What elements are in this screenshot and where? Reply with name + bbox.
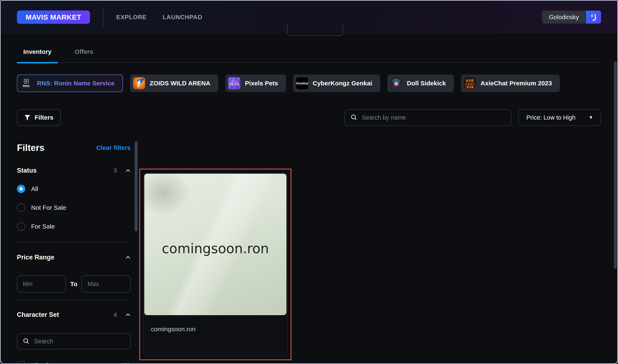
chip-label: Doll Sidekick bbox=[407, 80, 446, 87]
tab-inventory[interactable]: Inventory bbox=[17, 48, 58, 63]
rns-collection-icon: R RNS bbox=[20, 77, 32, 89]
character-set-option-mixed[interactable]: Mixed 252 bbox=[17, 361, 131, 364]
main-area: Filters Clear filters Status 3 All Not F… bbox=[1, 143, 617, 364]
chip-rns-ronin-name-service[interactable]: R RNS RNS: Ronin Name Service bbox=[17, 75, 123, 92]
character-set-search-box bbox=[17, 333, 131, 349]
chevron-up-icon bbox=[125, 312, 131, 317]
chip-label: ZOIDS WILD ARENA bbox=[150, 80, 210, 87]
chip-zoids-wild-arena[interactable]: ZOIDS WILD ARENA bbox=[130, 75, 218, 92]
active-tab-indicator bbox=[17, 62, 58, 64]
collection-chips: R RNS RNS: Ronin Name Service ZOIDS WILD… bbox=[17, 75, 601, 92]
chip-label: RNS: Ronin Name Service bbox=[37, 80, 115, 87]
radio-unselected[interactable] bbox=[17, 204, 25, 212]
status-section-header[interactable]: Status 3 bbox=[17, 167, 131, 174]
tabs-baseline bbox=[17, 62, 601, 63]
axiechat-collection-icon: AXIE CHAT bbox=[464, 77, 476, 89]
radio-selected[interactable] bbox=[17, 185, 25, 193]
search-input[interactable] bbox=[362, 114, 505, 121]
nft-name: comingsoon.ron bbox=[151, 325, 287, 333]
highlight-annotation: comingsoon.ron comingsoon.ron bbox=[139, 169, 291, 360]
inventory-offers-tabs: Inventory Offers bbox=[17, 48, 601, 63]
option-count: 252 bbox=[120, 362, 131, 364]
search-icon bbox=[23, 338, 30, 345]
chevron-up-icon bbox=[125, 168, 131, 173]
filters-button-label: Filters bbox=[35, 114, 53, 121]
status-count: 3 bbox=[113, 167, 117, 174]
tab-offers[interactable]: Offers bbox=[58, 48, 110, 63]
chip-doll-sidekick[interactable]: Doll Sidekick bbox=[387, 75, 454, 92]
character-set-search-input[interactable] bbox=[34, 338, 125, 345]
character-set-count: 4 bbox=[113, 311, 117, 318]
range-to-label: To bbox=[66, 281, 82, 288]
price-max-input[interactable] bbox=[82, 275, 131, 293]
search-by-name-box bbox=[344, 109, 511, 126]
divider bbox=[17, 300, 131, 300]
divider bbox=[17, 242, 131, 243]
nft-image-text: comingsoon.ron bbox=[162, 241, 269, 256]
chip-label: Pixels Pets bbox=[245, 80, 278, 87]
doll-sidekick-collection-icon bbox=[390, 77, 402, 89]
character-set-section-header[interactable]: Character Set 4 bbox=[17, 311, 131, 318]
nft-card-comingsoon[interactable]: comingsoon.ron comingsoon.ron bbox=[143, 173, 288, 356]
nav-explore[interactable]: EXPLORE bbox=[116, 14, 147, 21]
nav-launchpad[interactable]: LAUNCHPAD bbox=[163, 14, 202, 21]
nft-image: comingsoon.ron bbox=[144, 174, 287, 315]
checkbox-unchecked[interactable] bbox=[17, 361, 25, 364]
pixels-pets-collection-icon: PIXEL PETS bbox=[228, 77, 240, 89]
filters-button[interactable]: Filters bbox=[17, 109, 61, 126]
radio-unselected[interactable] bbox=[17, 222, 25, 231]
price-range-section-header[interactable]: Price Range bbox=[17, 254, 131, 261]
user-menu[interactable]: Golodinsky bbox=[542, 11, 601, 24]
chip-axiechat-premium[interactable]: AXIE CHAT AxieChat Premium 2023 bbox=[461, 75, 560, 92]
chevron-up-icon bbox=[125, 255, 131, 260]
status-option-not-for-sale[interactable]: Not For Sale bbox=[17, 204, 131, 212]
filters-title: Filters bbox=[17, 143, 44, 153]
search-icon bbox=[351, 114, 358, 121]
filters-sidebar: Filters Clear filters Status 3 All Not F… bbox=[17, 143, 131, 364]
status-option-all[interactable]: All bbox=[17, 185, 131, 193]
clear-filters-link[interactable]: Clear filters bbox=[96, 144, 131, 151]
results-grid: comingsoon.ron comingsoon.ron bbox=[131, 143, 617, 364]
zoids-collection-icon bbox=[133, 77, 145, 89]
chip-pixels-pets[interactable]: PIXEL PETS Pixels Pets bbox=[225, 75, 286, 92]
toolbar: Filters Price: Low to High ▼ bbox=[17, 109, 601, 126]
chip-label: AxieChat Premium 2023 bbox=[481, 80, 552, 87]
divider bbox=[103, 7, 103, 27]
genkai-collection-icon: Genkai bbox=[296, 77, 308, 89]
caret-down-icon: ▼ bbox=[589, 115, 593, 120]
user-name: Golodinsky bbox=[542, 11, 586, 24]
sort-value: Price: Low to High bbox=[526, 114, 575, 121]
status-option-for-sale[interactable]: For Sale bbox=[17, 222, 131, 231]
chip-cyberkongz-genkai[interactable]: Genkai CyberKongz Genkai bbox=[293, 75, 380, 92]
funnel-icon bbox=[24, 114, 30, 121]
ronin-wallet-icon bbox=[586, 11, 601, 24]
price-min-input[interactable] bbox=[17, 275, 66, 293]
app-window: MAVIS MARKET EXPLORE LAUNCHPAD Golodinsk… bbox=[0, 0, 618, 364]
brand-button[interactable]: MAVIS MARKET bbox=[17, 11, 90, 24]
page-scrollbar[interactable] bbox=[614, 61, 617, 269]
sort-dropdown[interactable]: Price: Low to High ▼ bbox=[518, 109, 601, 126]
cutoff-pill bbox=[287, 25, 343, 36]
chip-label: CyberKongz Genkai bbox=[313, 80, 372, 87]
